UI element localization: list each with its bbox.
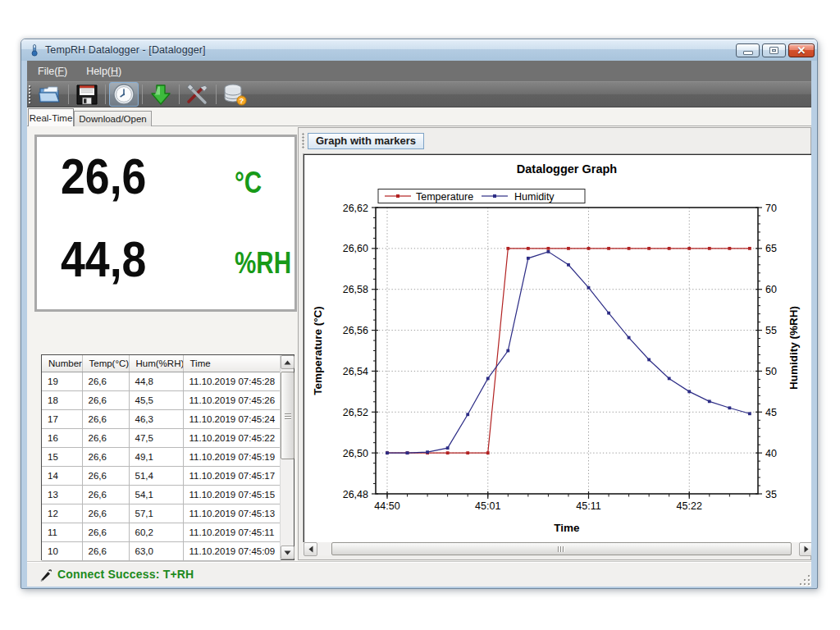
graph-panel: Graph with markers 26,483526,504026,5245… (298, 127, 811, 560)
save-button[interactable] (72, 82, 102, 107)
table-row[interactable]: 1426,651,411.10.2019 07:45:17 (42, 466, 281, 485)
tab-real-time[interactable]: Real-Time (28, 108, 74, 126)
table-row[interactable]: 1226,657,111.10.2019 07:45:13 (42, 504, 281, 523)
table-row[interactable]: 1726,646,311.10.2019 07:45:24 (42, 409, 281, 428)
toolbar-grip[interactable] (28, 84, 34, 104)
tab-download-open[interactable]: Download/Open (74, 111, 152, 126)
temperature-unit: °C (235, 167, 262, 198)
scroll-thumb[interactable] (331, 542, 792, 555)
chart-container: 26,483526,504026,524526,545026,565526,58… (304, 154, 811, 546)
svg-text:45:01: 45:01 (475, 500, 500, 512)
table-cell: 26,6 (82, 541, 129, 560)
menu-file[interactable]: File(F) (30, 62, 75, 80)
tab-label: Download/Open (79, 114, 146, 124)
menu-help[interactable]: Help(H) (78, 62, 130, 80)
table-cell: 57,1 (129, 504, 183, 523)
table-cell: 26,6 (82, 485, 129, 504)
scroll-left-button[interactable] (304, 542, 317, 556)
graph-with-markers-button[interactable]: Graph with markers (308, 133, 424, 149)
table-cell: 11.10.2019 07:45:17 (183, 466, 281, 485)
humidity-value: 44,8 (61, 235, 146, 285)
toolbar-separator (105, 84, 106, 104)
svg-text:Temperature: Temperature (416, 191, 473, 203)
realtime-clock-button[interactable] (109, 82, 139, 107)
col-temp[interactable]: Temp(°C) (82, 355, 129, 372)
toolbar-separator (179, 84, 180, 104)
close-button[interactable]: ✕ (788, 43, 815, 57)
table-header-row: Number Temp(°C) Hum(%RH) Time (42, 355, 281, 372)
col-number[interactable]: Number (42, 355, 82, 372)
svg-text:26,62: 26,62 (343, 203, 368, 214)
table-cell: 45,5 (129, 390, 183, 409)
table-row[interactable]: 1626,647,511.10.2019 07:45:22 (42, 428, 281, 447)
table-cell: 26,6 (82, 428, 129, 447)
database-question-icon: ? (222, 83, 247, 106)
app-thermometer-icon (29, 43, 40, 57)
settings-tools-button[interactable] (183, 82, 212, 107)
table-row[interactable]: 1326,654,111.10.2019 07:45:15 (42, 485, 281, 504)
svg-text:55: 55 (765, 325, 777, 336)
data-table: Number Temp(°C) Hum(%RH) Time 1926,644,8… (41, 354, 294, 560)
table-cell: 14 (42, 466, 82, 485)
svg-text:?: ? (240, 96, 244, 105)
restore-icon (769, 47, 778, 54)
col-hum[interactable]: Hum(%RH) (129, 355, 183, 372)
svg-text:Humidity: Humidity (514, 191, 555, 203)
table-cell: 26,6 (82, 447, 129, 466)
svg-text:65: 65 (765, 243, 777, 254)
open-file-button[interactable] (35, 82, 65, 107)
svg-text:26,56: 26,56 (343, 325, 368, 336)
scroll-up-button[interactable] (281, 355, 294, 369)
title-bar[interactable]: TempRH Datalogger - [Datalogger] ✕ (21, 39, 817, 61)
table-cell: 63,0 (129, 541, 183, 560)
toolbar: ? (27, 81, 811, 107)
maximize-button[interactable] (762, 43, 786, 57)
thumb-grip-icon (558, 546, 565, 554)
toolstrip-grip[interactable] (302, 133, 305, 149)
toolbar-separator (142, 84, 143, 104)
minimize-button[interactable] (736, 43, 760, 57)
svg-text:44:50: 44:50 (374, 500, 399, 512)
svg-text:50: 50 (765, 366, 777, 377)
svg-text:Datalogger Graph: Datalogger Graph (517, 162, 617, 176)
scroll-thumb[interactable] (281, 372, 294, 459)
status-message: Connect Success: T+RH (57, 568, 194, 581)
arrow-left-icon (308, 546, 313, 553)
chart-horizontal-scrollbar[interactable] (302, 542, 811, 555)
table-row[interactable]: 1026,663,011.10.2019 07:45:09 (42, 541, 281, 560)
col-time[interactable]: Time (183, 355, 281, 372)
table-cell: 54,1 (129, 485, 183, 504)
close-icon: ✕ (797, 45, 806, 56)
tab-label: Real-Time (30, 113, 73, 123)
graph-button-label: Graph with markers (316, 135, 416, 147)
table-vertical-scrollbar[interactable] (280, 355, 294, 559)
database-help-button[interactable]: ? (220, 82, 249, 107)
table-cell: 51,4 (129, 466, 183, 485)
svg-text:26,58: 26,58 (343, 284, 368, 295)
table-cell: 16 (42, 428, 82, 447)
table-cell: 26,6 (82, 466, 129, 485)
table-row[interactable]: 1526,649,111.10.2019 07:45:19 (42, 447, 281, 466)
svg-text:Temperature (°C): Temperature (°C) (312, 306, 324, 395)
table-cell: 60,2 (129, 523, 183, 541)
table-cell: 13 (42, 485, 82, 504)
svg-text:45: 45 (765, 407, 777, 418)
table-row[interactable]: 1926,644,811.10.2019 07:45:28 (42, 372, 281, 390)
table-row[interactable]: 1826,645,511.10.2019 07:45:26 (42, 390, 281, 409)
resize-grip[interactable] (799, 574, 810, 585)
table-row[interactable]: 1126,660,211.10.2019 07:45:11 (42, 523, 281, 541)
table-cell: 12 (42, 504, 82, 523)
scroll-down-button[interactable] (281, 546, 294, 559)
table-cell: 11.10.2019 07:45:26 (183, 390, 281, 409)
table-cell: 18 (42, 390, 82, 409)
real-time-page: 26,6 °C 44,8 %RH Number Temp(°C) Hum(%RH… (27, 127, 811, 561)
scroll-right-button[interactable] (799, 542, 811, 556)
download-button[interactable] (146, 82, 176, 107)
table-cell: 11.10.2019 07:45:13 (183, 504, 281, 523)
status-bar: Connect Success: T+RH (27, 561, 811, 587)
svg-text:40: 40 (765, 448, 777, 459)
table-cell: 11 (42, 523, 82, 541)
table-cell: 11.10.2019 07:45:19 (183, 447, 281, 466)
tab-strip: Real-Time Download/Open (27, 107, 811, 126)
table-cell: 26,6 (82, 409, 129, 428)
